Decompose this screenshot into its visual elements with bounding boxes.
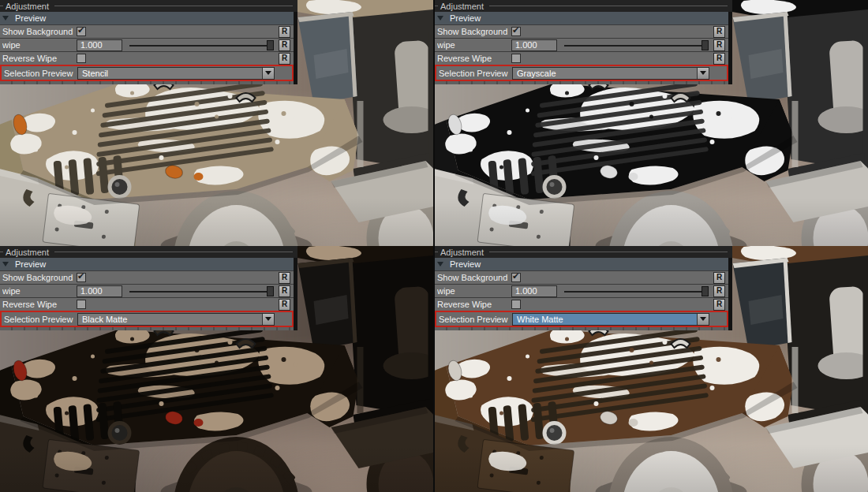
wipe-slider[interactable] — [564, 40, 709, 50]
dropdown-value: Stencil — [78, 69, 262, 78]
reverse-wipe-checkbox[interactable] — [511, 54, 521, 63]
show-background-row: Show Background R — [0, 24, 294, 38]
adjustment-panel: Adjustment Preview Show Background R wip… — [435, 0, 732, 84]
section-label: Preview — [15, 13, 46, 23]
show-background-label: Show Background — [2, 27, 77, 36]
reverse-wipe-row: Reverse Wipe R — [435, 297, 728, 311]
selection-preview-row: Selection Preview Stencil — [0, 65, 294, 81]
panel-header: Adjustment — [0, 246, 297, 258]
reverse-wipe-checkbox[interactable] — [511, 300, 521, 309]
collapse-triangle-icon — [437, 16, 443, 20]
adjustment-panel: Adjustment Preview Show Background R wip… — [0, 246, 297, 330]
wipe-slider-handle[interactable] — [267, 40, 274, 50]
preview-section-header[interactable]: Preview — [0, 12, 294, 24]
header-rule — [489, 6, 728, 6]
reset-button[interactable]: R — [713, 53, 725, 65]
header-rule — [0, 6, 3, 6]
wipe-value-field[interactable]: 1.000 — [77, 285, 122, 297]
reverse-wipe-row: Reverse Wipe R — [435, 51, 728, 65]
header-rule — [435, 6, 438, 6]
show-background-checkbox[interactable] — [511, 27, 521, 36]
wipe-slider-handle[interactable] — [267, 286, 274, 296]
wipe-label: wipe — [2, 286, 77, 296]
wipe-row: wipe 1.000 R — [435, 38, 728, 51]
collapse-triangle-icon — [437, 262, 443, 266]
reverse-wipe-checkbox[interactable] — [77, 54, 86, 63]
header-rule — [0, 252, 3, 252]
header-rule — [54, 6, 293, 6]
show-background-label: Show Background — [437, 273, 511, 282]
reset-button[interactable]: R — [713, 26, 725, 38]
section-label: Preview — [15, 259, 46, 269]
selection-preview-dropdown[interactable]: Stencil — [77, 67, 275, 80]
section-label: Preview — [450, 259, 481, 269]
header-rule — [489, 252, 728, 252]
panel-title: Adjustment — [440, 248, 484, 257]
adjustment-panel: Adjustment Preview Show Background R wip… — [435, 246, 732, 330]
dropdown-arrow-icon[interactable] — [262, 68, 274, 79]
panel-title: Adjustment — [440, 2, 484, 11]
reverse-wipe-label: Reverse Wipe — [437, 300, 511, 309]
wipe-value-field[interactable]: 1.000 — [77, 39, 122, 51]
dropdown-arrow-icon[interactable] — [697, 314, 709, 325]
dropdown-value: White Matte — [513, 315, 697, 324]
show-background-checkbox[interactable] — [77, 27, 86, 36]
selection-preview-dropdown[interactable]: Grayscale — [512, 67, 709, 80]
quadrant-grid: Adjustment Preview Show Background R wip… — [0, 0, 868, 492]
clipped-next-row — [0, 327, 294, 330]
wipe-slider[interactable] — [129, 286, 274, 296]
quadrant-black-matte: Adjustment Preview Show Background R wip… — [0, 246, 433, 492]
reset-button[interactable]: R — [713, 39, 725, 51]
wipe-label: wipe — [437, 40, 511, 50]
adjustment-panel: Adjustment Preview Show Background R wip… — [0, 0, 297, 84]
show-background-row: Show Background R — [435, 24, 728, 38]
dropdown-arrow-icon[interactable] — [697, 68, 709, 79]
collapse-triangle-icon — [2, 262, 9, 266]
selection-preview-label: Selection Preview — [439, 315, 512, 324]
quadrant-stencil: Adjustment Preview Show Background R wip… — [0, 0, 433, 246]
reset-button[interactable]: R — [279, 272, 290, 284]
reset-button[interactable]: R — [279, 39, 290, 51]
show-background-checkbox[interactable] — [77, 273, 86, 282]
reverse-wipe-checkbox[interactable] — [77, 300, 86, 309]
wipe-value-field[interactable]: 1.000 — [511, 285, 557, 297]
clipped-next-row — [435, 327, 728, 330]
panel-title: Adjustment — [6, 2, 49, 11]
reset-button[interactable]: R — [279, 299, 290, 311]
reset-button[interactable]: R — [713, 285, 725, 297]
panel-header: Adjustment — [435, 0, 732, 12]
wipe-row: wipe 1.000 R — [435, 284, 728, 297]
wipe-value-field[interactable]: 1.000 — [511, 39, 557, 51]
reset-button[interactable]: R — [713, 272, 725, 284]
wipe-label: wipe — [2, 40, 77, 50]
show-background-label: Show Background — [437, 27, 511, 36]
preview-section-header[interactable]: Preview — [435, 258, 728, 270]
preview-section-header[interactable]: Preview — [0, 258, 294, 270]
reverse-wipe-row: Reverse Wipe R — [0, 51, 294, 65]
quadrant-white-matte: Adjustment Preview Show Background R wip… — [435, 246, 868, 492]
selection-preview-label: Selection Preview — [4, 315, 77, 324]
reset-button[interactable]: R — [279, 285, 290, 297]
preview-section-header[interactable]: Preview — [435, 12, 728, 24]
wipe-slider-handle[interactable] — [702, 40, 709, 50]
reverse-wipe-label: Reverse Wipe — [437, 54, 511, 63]
reset-button[interactable]: R — [713, 299, 725, 311]
header-rule — [54, 252, 293, 252]
header-rule — [435, 252, 438, 252]
selection-preview-row: Selection Preview White Matte — [435, 311, 728, 327]
show-background-checkbox[interactable] — [511, 273, 521, 282]
quadrant-grayscale: Adjustment Preview Show Background R wip… — [435, 0, 868, 246]
reverse-wipe-label: Reverse Wipe — [2, 300, 77, 309]
show-background-row: Show Background R — [435, 270, 728, 284]
wipe-slider-handle[interactable] — [702, 286, 709, 296]
selection-preview-label: Selection Preview — [439, 69, 512, 78]
selection-preview-dropdown[interactable]: White Matte — [512, 313, 709, 326]
selection-preview-dropdown[interactable]: Black Matte — [77, 313, 275, 326]
selection-preview-row: Selection Preview Black Matte — [0, 311, 294, 327]
wipe-slider[interactable] — [129, 40, 274, 50]
dropdown-arrow-icon[interactable] — [262, 314, 274, 325]
selection-preview-label: Selection Preview — [4, 69, 77, 78]
reset-button[interactable]: R — [279, 53, 290, 65]
wipe-slider[interactable] — [564, 286, 709, 296]
reset-button[interactable]: R — [279, 26, 290, 38]
